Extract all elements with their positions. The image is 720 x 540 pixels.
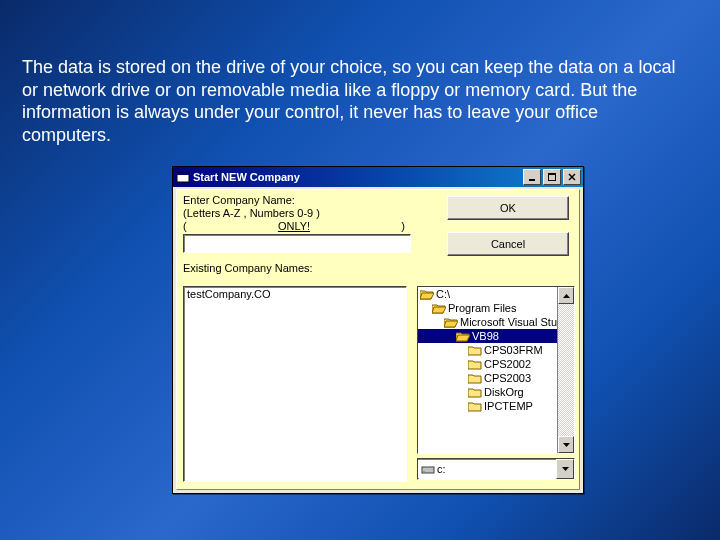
tree-item-label: Microsoft Visual Stu (460, 316, 557, 328)
dropdown-arrow-icon[interactable] (556, 459, 574, 479)
tree-scrollbar[interactable] (557, 287, 574, 453)
folder-tree[interactable]: C:\Program FilesMicrosoft Visual StuVB98… (417, 286, 575, 454)
svg-marker-12 (444, 321, 458, 327)
tree-item-label: CPS2003 (484, 372, 531, 384)
tree-item-label: C:\ (436, 288, 450, 300)
folder-icon (420, 289, 434, 300)
tree-item[interactable]: C:\ (418, 287, 557, 301)
svg-rect-2 (529, 179, 535, 181)
tree-item[interactable]: CPS03FRM (418, 343, 557, 357)
svg-marker-21 (563, 443, 570, 447)
svg-rect-22 (422, 467, 434, 473)
folder-icon (432, 303, 446, 314)
folder-icon (468, 359, 482, 370)
drive-label: c: (437, 463, 446, 475)
folder-icon (468, 387, 482, 398)
start-new-company-dialog: Start NEW Company Enter Company Name: (L… (172, 166, 584, 494)
folder-icon (468, 373, 482, 384)
tree-item[interactable]: VB98 (418, 329, 557, 343)
svg-marker-17 (468, 375, 481, 383)
list-item[interactable]: testCompany.CO (184, 287, 406, 301)
minimize-button[interactable] (523, 169, 541, 185)
tree-item[interactable]: Microsoft Visual Stu (418, 315, 557, 329)
scroll-track[interactable] (558, 304, 574, 436)
scroll-up-button[interactable] (558, 287, 574, 304)
prompt-line2: (Letters A-Z , Numbers 0-9 ) (183, 207, 320, 220)
folder-icon (468, 345, 482, 356)
existing-companies-listbox[interactable]: testCompany.CO (183, 286, 407, 482)
svg-rect-23 (423, 471, 425, 472)
tree-item-label: IPCTEMP (484, 400, 533, 412)
tree-item[interactable]: DiskOrg (418, 385, 557, 399)
ok-button[interactable]: OK (447, 196, 569, 220)
svg-marker-10 (432, 307, 446, 313)
cancel-button[interactable]: Cancel (447, 232, 569, 256)
folder-open-icon (456, 331, 470, 342)
svg-marker-19 (468, 403, 481, 411)
prompt-line1: Enter Company Name: (183, 194, 295, 207)
svg-marker-24 (562, 467, 569, 471)
tree-item[interactable]: IPCTEMP (418, 399, 557, 413)
svg-rect-1 (177, 173, 189, 175)
tree-item[interactable]: CPS2003 (418, 371, 557, 385)
drive-icon (421, 464, 435, 475)
scroll-down-button[interactable] (558, 436, 574, 453)
svg-marker-14 (456, 335, 470, 341)
dialog-client-area: Enter Company Name: (Letters A-Z , Numbe… (176, 189, 580, 490)
tree-item[interactable]: CPS2002 (418, 357, 557, 371)
svg-rect-4 (548, 173, 556, 175)
slide-body-text: The data is stored on the drive of your … (22, 56, 688, 146)
svg-marker-8 (420, 293, 434, 299)
maximize-button[interactable] (543, 169, 561, 185)
svg-marker-15 (468, 347, 481, 355)
titlebar[interactable]: Start NEW Company (173, 167, 583, 187)
drive-combobox[interactable]: c: (417, 458, 575, 480)
prompt-line3: ( ONLY! ) (183, 220, 405, 233)
company-name-input[interactable] (183, 234, 411, 253)
tree-item-label: Program Files (448, 302, 516, 314)
close-button[interactable] (563, 169, 581, 185)
tree-item-label: VB98 (472, 330, 499, 342)
svg-marker-18 (468, 389, 481, 397)
tree-item-label: CPS2002 (484, 358, 531, 370)
app-icon (176, 170, 190, 184)
svg-marker-16 (468, 361, 481, 369)
tree-item-label: DiskOrg (484, 386, 524, 398)
folder-icon (468, 401, 482, 412)
tree-item[interactable]: Program Files (418, 301, 557, 315)
titlebar-text: Start NEW Company (193, 171, 521, 183)
svg-marker-20 (563, 294, 570, 298)
tree-item-label: CPS03FRM (484, 344, 543, 356)
existing-names-label: Existing Company Names: (183, 262, 313, 275)
folder-icon (444, 317, 458, 328)
